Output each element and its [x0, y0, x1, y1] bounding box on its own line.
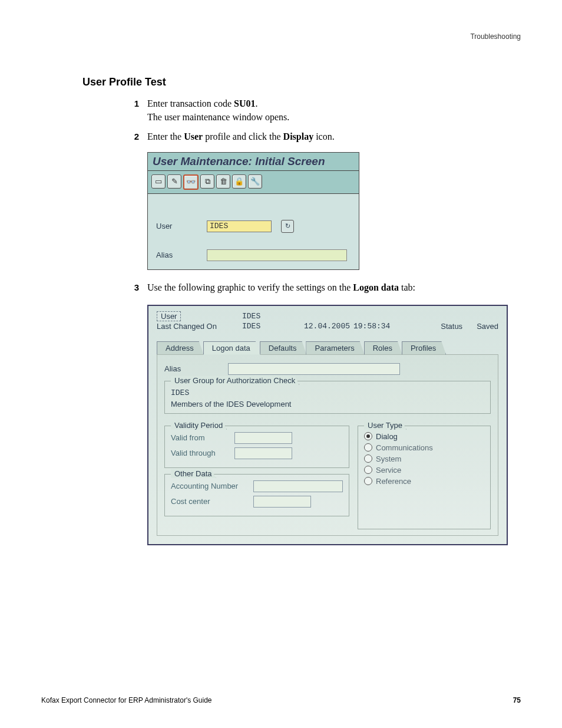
last-changed-label: Last Changed On: [157, 322, 242, 331]
page-footer: Kofax Export Connector for ERP Administr…: [41, 696, 521, 704]
radio-icon: [364, 432, 372, 440]
toolbar: ▭ ✎ 👓 ⧉ 🗑 🔒 🔧: [147, 170, 359, 193]
step-number: 2: [130, 131, 139, 141]
status-label: Status: [441, 322, 462, 331]
cost-center-input[interactable]: [253, 496, 311, 508]
validity-period-box: Validity Period Valid from Valid through: [164, 426, 349, 468]
sap-logon-data-screen: User IDES Last Changed On IDES 12.04.200…: [147, 305, 508, 545]
user-input[interactable]: [207, 220, 272, 232]
user-label: User: [156, 222, 201, 230]
tabstrip: Address Logon data Defaults Parameters R…: [148, 341, 507, 355]
tab-roles[interactable]: Roles: [364, 341, 402, 355]
user-group-box: User Group for Authorization Check IDES …: [164, 381, 491, 414]
radio-system[interactable]: System: [364, 454, 484, 463]
section-heading: User Profile Test: [82, 76, 521, 88]
valid-through-label: Valid through: [171, 449, 234, 457]
window-title: User Maintenance: Initial Screen: [147, 152, 359, 170]
user-label: User: [157, 311, 181, 321]
header-right: Troubleshooting: [470, 32, 521, 41]
footer-left: Kofax Export Connector for ERP Administr…: [41, 696, 212, 704]
lock-icon[interactable]: 🔒: [232, 174, 246, 189]
step-1-body: Enter transaction code SU01. The user ma…: [147, 97, 289, 124]
other-data-legend: Other Data: [171, 469, 216, 478]
radio-icon: [364, 466, 372, 474]
alias-input[interactable]: [207, 249, 347, 261]
step-3-body: Use the following graphic to verify the …: [147, 281, 415, 294]
page-number: 75: [513, 696, 521, 704]
last-changed-by: IDES: [242, 322, 304, 331]
last-changed-time: 19:58:34: [353, 322, 390, 331]
tab-content: Alias User Group for Authorization Check…: [157, 354, 498, 536]
radio-dialog[interactable]: Dialog: [364, 432, 484, 441]
radio-icon: [364, 477, 372, 485]
step-number: 3: [130, 282, 139, 292]
tab-parameters[interactable]: Parameters: [306, 341, 364, 355]
group-legend: User Group for Authorization Check: [171, 376, 299, 385]
edit-icon[interactable]: ✎: [167, 174, 181, 189]
alias-label: Alias: [156, 251, 201, 259]
valid-from-label: Valid from: [171, 433, 234, 442]
radio-communications[interactable]: Communications: [364, 443, 484, 452]
group-value: IDES: [171, 388, 484, 397]
sap-initial-screen: User Maintenance: Initial Screen ▭ ✎ 👓 ⧉…: [147, 152, 359, 270]
alias-input[interactable]: [228, 363, 400, 375]
step-2-body: Enter the User profile and click the Dis…: [147, 130, 335, 143]
wrench-icon[interactable]: 🔧: [248, 174, 262, 189]
radio-service[interactable]: Service: [364, 466, 484, 475]
copy-icon[interactable]: ⧉: [200, 174, 214, 189]
tab-logon-data[interactable]: Logon data: [203, 341, 260, 355]
display-icon[interactable]: 👓: [183, 174, 199, 190]
tab-profiles[interactable]: Profiles: [402, 341, 446, 355]
new-icon[interactable]: ▭: [151, 174, 166, 189]
valid-from-input[interactable]: [234, 432, 292, 444]
alias-label: Alias: [164, 364, 228, 373]
tab-address[interactable]: Address: [157, 341, 204, 355]
delete-icon[interactable]: 🗑: [216, 174, 230, 189]
user-value: IDES: [242, 312, 260, 321]
accounting-number-input[interactable]: [253, 480, 343, 492]
validity-legend: Validity Period: [171, 421, 227, 430]
tab-defaults[interactable]: Defaults: [260, 341, 307, 355]
step-number: 1: [130, 98, 139, 108]
radio-icon: [364, 443, 372, 452]
radio-reference[interactable]: Reference: [364, 477, 484, 486]
accounting-number-label: Accounting Number: [171, 482, 253, 490]
group-description: Members of the IDES Development: [171, 400, 484, 409]
valid-through-input[interactable]: [234, 447, 292, 459]
cost-center-label: Cost center: [171, 497, 253, 506]
other-data-box: Other Data Accounting Number Cost center: [164, 474, 349, 516]
last-changed-date: 12.04.2005: [304, 322, 350, 331]
radio-icon: [364, 454, 372, 463]
value-help-icon[interactable]: ↻: [281, 220, 294, 233]
status-value: Saved: [477, 322, 498, 331]
page-header: Troubleshooting: [41, 32, 521, 41]
user-type-box: User Type Dialog Communications: [358, 426, 491, 529]
user-type-legend: User Type: [364, 421, 406, 430]
